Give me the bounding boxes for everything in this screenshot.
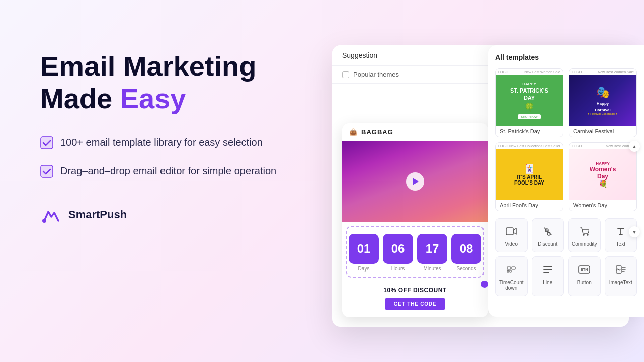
countdown-section: 01 Days 06 Hours 17 Minutes 08 Seconds xyxy=(346,226,484,278)
svg-rect-2 xyxy=(40,165,53,178)
tool-imagetext-label: ImageText xyxy=(609,280,632,285)
headline: Email Marketing Made Easy xyxy=(40,50,282,115)
template-carnival-image: 🎭 Happy Carnival ♦ Festival Essentials ♦ xyxy=(569,75,636,126)
tool-commodity-label: Commodity xyxy=(572,241,597,247)
commodity-icon xyxy=(577,224,592,239)
button-icon: BTN xyxy=(577,262,592,277)
svg-rect-8 xyxy=(507,267,511,269)
countdown-seconds-label: Seconds xyxy=(457,266,476,272)
all-templates-title: All templates xyxy=(495,53,637,61)
check-icon xyxy=(40,136,53,149)
template-carnival-label: Carnival Festival xyxy=(569,126,636,137)
feature-item: 100+ email template library for easy sel… xyxy=(40,135,282,150)
countdown-seconds-value: 08 xyxy=(451,234,481,264)
svg-rect-11 xyxy=(510,270,511,272)
discount-title: 10% OFF DISCOUNT xyxy=(349,287,481,294)
tools-row: Video Discount Commodity Text xyxy=(495,218,637,296)
svg-rect-9 xyxy=(512,267,515,269)
tool-line[interactable]: Line xyxy=(532,256,565,296)
tool-timecountdown[interactable]: TimeCount down xyxy=(495,256,528,296)
tool-commodity[interactable]: Commodity xyxy=(568,218,601,252)
countdown-minutes-value: 17 xyxy=(417,234,447,264)
countdown-days-value: 01 xyxy=(349,234,379,264)
template-grid: LOGO New Best Women Sale HAPPY ST. PATRI… xyxy=(495,68,637,211)
tool-button[interactable]: BTN Button xyxy=(568,256,601,296)
template-card-aprilfools[interactable]: LOGO New Best Collections Best Seller 🃏 … xyxy=(495,142,564,211)
right-section: Suggestion ▾ Popular themes GO 👜 BAGBAG xyxy=(292,45,644,332)
feature-text-1: 100+ email template library for easy sel… xyxy=(60,135,263,150)
tool-video[interactable]: Video xyxy=(495,218,528,252)
svg-rect-10 xyxy=(507,270,509,272)
countdown-hours: 06 Hours xyxy=(383,234,413,272)
countdown-hours-value: 06 xyxy=(383,234,413,264)
line-icon xyxy=(540,262,555,277)
template-womens-label: Women's Day xyxy=(569,200,636,211)
email-header: 👜 BAGBAG xyxy=(342,123,488,141)
headline-highlight: Easy xyxy=(120,82,186,114)
features-list: 100+ email template library for easy sel… xyxy=(40,135,282,178)
template-womens-image: HAPPY Women'sDay 💐 xyxy=(569,149,636,200)
tool-imagetext[interactable]: ImageText xyxy=(605,256,637,296)
brand-name: BAGBAG xyxy=(361,128,393,136)
svg-point-7 xyxy=(587,234,588,235)
feature-text-2: Drag–and–drop email editor for simple op… xyxy=(60,164,276,178)
imagetext-icon xyxy=(613,262,628,277)
countdown-seconds: 08 Seconds xyxy=(451,234,481,272)
countdown-days: 01 Days xyxy=(349,234,379,272)
template-card-carnival[interactable]: LOGO New Best Women Sale 🎭 Happy Carniva… xyxy=(569,68,637,137)
templates-panel: All templates LOGO New Best Women Sale H… xyxy=(488,45,644,317)
tool-text-label: Text xyxy=(616,241,625,247)
email-preview-card: 👜 BAGBAG 01 Days 06 xyxy=(342,123,488,317)
check-icon-2 xyxy=(40,165,53,178)
card-logo-bar: LOGO New Best Women Sale xyxy=(496,69,563,75)
popular-themes-checkbox[interactable] xyxy=(342,71,349,78)
scroll-up-arrow[interactable]: ▲ xyxy=(629,141,640,152)
template-card-stpatrick[interactable]: LOGO New Best Women Sale HAPPY ST. PATRI… xyxy=(495,68,564,137)
svg-point-6 xyxy=(583,234,584,235)
countdown-days-label: Days xyxy=(358,266,370,272)
headline-line1: Email Marketing xyxy=(40,50,256,82)
smartpush-logo-icon xyxy=(40,204,62,226)
play-button[interactable] xyxy=(406,172,424,191)
template-aprilfools-image: 🃏 IT'S APRILFOOL'S DAY xyxy=(496,149,563,200)
left-section: Email Marketing Made Easy 100+ email tem… xyxy=(40,50,282,226)
card-logo-bar-3: LOGO New Best Collections Best Seller xyxy=(496,143,563,149)
text-icon xyxy=(613,224,628,239)
countdown-minutes-label: Minutes xyxy=(423,266,441,272)
logo-text: SmartPush xyxy=(68,208,127,221)
card-logo-bar-2: LOGO New Best Women Sale xyxy=(569,69,636,75)
template-card-womensday[interactable]: LOGO New Best Women HAPPY Women'sDay 💐 W… xyxy=(569,142,637,211)
svg-text:BTN: BTN xyxy=(581,268,588,272)
cta-button[interactable]: GET THE CODE xyxy=(385,298,446,310)
video-icon xyxy=(504,224,519,239)
discount-icon xyxy=(540,224,555,239)
template-aprilfools-label: April Fool's Day xyxy=(496,200,563,211)
tool-line-label: Line xyxy=(543,280,552,285)
tool-discount[interactable]: Discount xyxy=(532,218,565,252)
template-stpatrick-label: St. Patrick's Day xyxy=(496,126,563,137)
timecountdown-icon xyxy=(504,262,519,277)
scroll-down-arrow[interactable]: ▼ xyxy=(629,226,640,237)
carnival-title: Carnival xyxy=(595,108,611,112)
headline-line2-plain: Made xyxy=(40,82,120,114)
tool-video-label: Video xyxy=(505,241,518,247)
connector-dot xyxy=(481,281,488,288)
svg-rect-5 xyxy=(506,228,513,235)
logo-area: SmartPush xyxy=(40,204,282,226)
countdown-hours-label: Hours xyxy=(391,266,405,272)
tool-discount-label: Discount xyxy=(538,241,557,247)
card-logo-bar-4: LOGO New Best Women xyxy=(569,143,636,149)
countdown-minutes: 17 Minutes xyxy=(417,234,447,272)
email-hero-image xyxy=(342,141,488,222)
tool-button-label: Button xyxy=(577,280,592,285)
svg-point-4 xyxy=(42,219,46,223)
feature-item: Drag–and–drop email editor for simple op… xyxy=(40,164,282,178)
play-triangle-icon xyxy=(413,178,419,185)
template-stpatrick-image: HAPPY ST. PATRICK'SDAY 🍀 SHOP NOW xyxy=(496,75,563,126)
countdown-boxes: 01 Days 06 Hours 17 Minutes 08 Seconds xyxy=(353,234,477,272)
bag-icon: 👜 xyxy=(349,128,357,136)
svg-rect-0 xyxy=(40,136,53,149)
discount-section: 10% OFF DISCOUNT GET THE CODE xyxy=(342,282,488,317)
tool-timecountdown-label: TimeCount down xyxy=(498,280,525,291)
